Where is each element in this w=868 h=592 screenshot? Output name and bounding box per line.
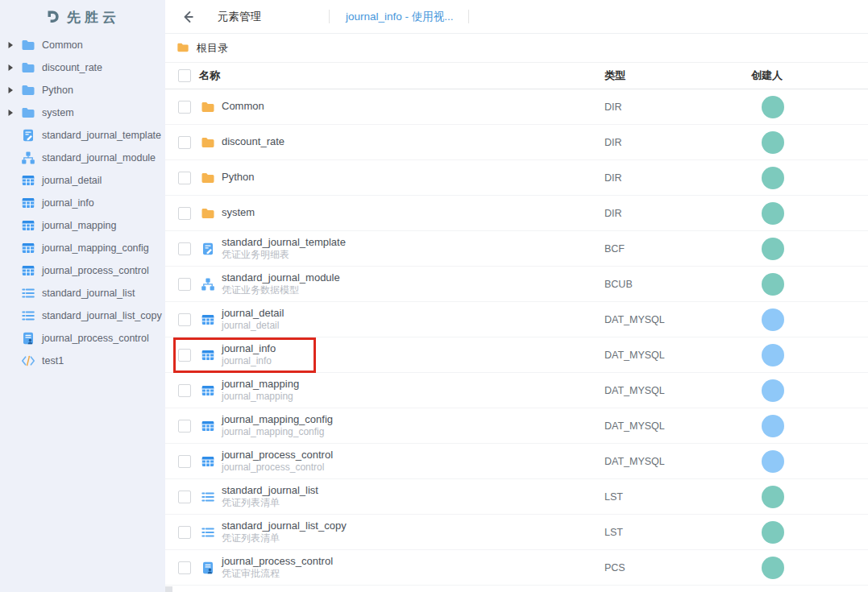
sidebar-item[interactable]: discount_rate bbox=[0, 56, 165, 79]
row-checkbox[interactable] bbox=[178, 455, 191, 468]
avatar[interactable] bbox=[762, 521, 784, 544]
row-type: DIR bbox=[604, 172, 751, 184]
caret-slot[interactable] bbox=[6, 266, 21, 275]
table-row[interactable]: journal_detail journal_detail DAT_MYSQL bbox=[165, 302, 868, 337]
caret-icon[interactable] bbox=[6, 63, 21, 72]
sidebar-item[interactable]: standard_journal_template bbox=[0, 124, 165, 147]
doc-edit-icon bbox=[201, 242, 215, 256]
row-subtitle: journal_mapping bbox=[222, 391, 604, 403]
row-checkbox[interactable] bbox=[178, 526, 191, 539]
row-type: BCUB bbox=[604, 279, 751, 290]
table-row[interactable]: standard_journal_list_copy 凭证列表清单 LST bbox=[165, 515, 868, 550]
avatar[interactable] bbox=[762, 131, 784, 154]
table-row[interactable]: journal_mapping_config journal_mapping_c… bbox=[165, 408, 868, 444]
caret-slot[interactable] bbox=[6, 288, 21, 298]
row-subtitle: journal_process_control bbox=[222, 462, 604, 474]
table-row[interactable]: Python DIR bbox=[165, 160, 868, 196]
table-row[interactable]: system DIR bbox=[165, 196, 868, 231]
caret-slot[interactable] bbox=[6, 243, 21, 253]
select-all-checkbox[interactable] bbox=[178, 69, 191, 82]
folder-blue-icon bbox=[21, 83, 35, 97]
avatar[interactable] bbox=[762, 238, 784, 260]
sidebar-item[interactable]: Python bbox=[0, 79, 165, 101]
sidebar-item[interactable]: journal_process_control bbox=[0, 327, 165, 350]
row-checkbox[interactable] bbox=[178, 420, 191, 433]
caret-slot[interactable] bbox=[6, 130, 21, 140]
row-name-cell: journal_detail journal_detail bbox=[222, 307, 604, 332]
caret-slot[interactable] bbox=[6, 176, 21, 185]
breadcrumb[interactable]: 根目录 bbox=[165, 34, 868, 63]
avatar[interactable] bbox=[762, 273, 784, 296]
avatar[interactable] bbox=[762, 167, 784, 189]
avatar[interactable] bbox=[762, 557, 784, 579]
folder-orange-icon bbox=[201, 171, 215, 185]
tab-element-management[interactable]: 元素管理 bbox=[218, 10, 261, 24]
row-creator-cell bbox=[751, 450, 868, 473]
avatar[interactable] bbox=[762, 415, 784, 437]
row-name: standard_journal_list_copy bbox=[222, 520, 604, 532]
back-arrow-icon[interactable] bbox=[180, 9, 196, 25]
row-checkbox[interactable] bbox=[178, 384, 191, 397]
sidebar-item[interactable]: journal_info bbox=[0, 192, 165, 214]
caret-slot[interactable] bbox=[6, 153, 21, 163]
row-checkbox[interactable] bbox=[178, 242, 191, 255]
row-name: journal_info bbox=[222, 342, 604, 355]
row-checkbox[interactable] bbox=[178, 278, 191, 291]
row-checkbox[interactable] bbox=[178, 561, 191, 574]
folder-orange-icon bbox=[201, 100, 215, 114]
table-row[interactable]: standard_journal_template 凭证业务明细表 BCF bbox=[165, 231, 868, 267]
row-name: journal_detail bbox=[222, 307, 604, 320]
table-row[interactable]: Common DIR bbox=[165, 89, 868, 125]
sidebar-item-label: journal_process_control bbox=[42, 333, 149, 344]
sidebar-item-label: discount_rate bbox=[42, 62, 102, 73]
sidebar: 先胜云 Common discount_rate Python system bbox=[0, 0, 165, 592]
table-row[interactable]: discount_rate DIR bbox=[165, 125, 868, 160]
avatar[interactable] bbox=[762, 308, 784, 331]
folder-blue-icon bbox=[21, 38, 35, 52]
table-row[interactable]: journal_process_control 凭证审批流程 PCS bbox=[165, 550, 868, 586]
caret-slot[interactable] bbox=[6, 311, 21, 321]
row-name-cell: standard_journal_template 凭证业务明细表 bbox=[222, 236, 604, 261]
caret-slot[interactable] bbox=[6, 221, 21, 230]
avatar[interactable] bbox=[762, 450, 784, 473]
caret-icon[interactable] bbox=[6, 108, 21, 118]
row-checkbox[interactable] bbox=[178, 136, 191, 149]
avatar[interactable] bbox=[762, 96, 784, 118]
caret-slot[interactable] bbox=[6, 333, 21, 343]
row-checkbox[interactable] bbox=[178, 172, 191, 184]
row-name-cell: Common bbox=[222, 100, 604, 113]
sidebar-item[interactable]: test1 bbox=[0, 350, 165, 372]
table-icon bbox=[201, 383, 215, 398]
sidebar-item[interactable]: standard_journal_list bbox=[0, 282, 165, 304]
row-checkbox[interactable] bbox=[178, 207, 191, 220]
sidebar-item[interactable]: journal_detail bbox=[0, 169, 165, 192]
avatar[interactable] bbox=[762, 379, 784, 402]
row-checkbox[interactable] bbox=[178, 313, 191, 326]
sidebar-item[interactable]: journal_process_control bbox=[0, 259, 165, 282]
row-checkbox[interactable] bbox=[178, 101, 191, 114]
caret-slot[interactable] bbox=[6, 198, 21, 208]
table-row[interactable]: journal_mapping journal_mapping DAT_MYSQ… bbox=[165, 373, 868, 408]
tab-journal-info-view[interactable]: journal_info - 使用视... bbox=[346, 10, 454, 24]
caret-icon[interactable] bbox=[6, 85, 21, 95]
caret-icon[interactable] bbox=[6, 40, 21, 50]
sidebar-item[interactable]: standard_journal_module bbox=[0, 147, 165, 169]
table-row[interactable]: standard_journal_list 凭证列表清单 LST bbox=[165, 479, 868, 515]
avatar[interactable] bbox=[762, 486, 784, 508]
sidebar-item[interactable]: standard_journal_list_copy bbox=[0, 304, 165, 327]
avatar[interactable] bbox=[762, 344, 784, 366]
row-creator-cell bbox=[751, 308, 868, 331]
row-checkbox[interactable] bbox=[178, 349, 191, 362]
sidebar-item[interactable]: journal_mapping_config bbox=[0, 237, 165, 259]
avatar[interactable] bbox=[762, 202, 784, 225]
table-row[interactable]: standard_journal_module 凭证业务数据模型 BCUB bbox=[165, 267, 868, 302]
sidebar-item[interactable]: journal_mapping bbox=[0, 214, 165, 237]
sidebar-item[interactable]: Common bbox=[0, 34, 165, 56]
row-subtitle: journal_mapping_config bbox=[222, 426, 604, 438]
caret-slot[interactable] bbox=[6, 356, 21, 366]
list-icon bbox=[201, 490, 215, 504]
table-row[interactable]: journal_info journal_info DAT_MYSQL bbox=[165, 337, 868, 373]
row-checkbox[interactable] bbox=[178, 491, 191, 503]
sidebar-item[interactable]: system bbox=[0, 101, 165, 124]
table-row[interactable]: journal_process_control journal_process_… bbox=[165, 444, 868, 479]
